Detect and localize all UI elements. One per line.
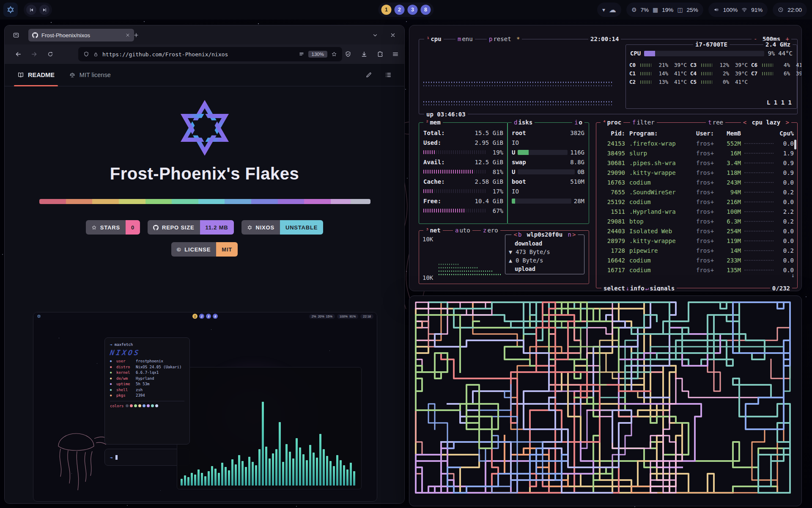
proc-row[interactable]: 24403Isolated Webfros+254M0.0 (601, 226, 794, 236)
net-zero-button[interactable]: zero (481, 226, 500, 234)
cpu-box-title[interactable]: ¹cpu (424, 35, 444, 43)
extensions-button[interactable] (375, 49, 385, 59)
proc-pid: 16642 (601, 257, 625, 264)
iface-prev-arrow[interactable]: < (514, 231, 517, 238)
proc-footer-keys[interactable]: select ↓ info ↵ signals (601, 284, 677, 291)
proc-box-title[interactable]: ⁴proc (601, 119, 623, 126)
stars-badge[interactable]: STARS 0 (86, 220, 140, 235)
repo-size-badge[interactable]: REPO SIZE 11.2 MB (148, 220, 234, 235)
disks-box-title[interactable]: disks (512, 119, 535, 126)
proc-pid: 7655 (601, 189, 625, 196)
io-mode-button[interactable]: io (572, 119, 584, 126)
clock-widget[interactable]: 22:00 (773, 3, 807, 17)
weather-widget[interactable]: ▾ ☁ (597, 3, 621, 17)
sort-prev-arrow[interactable]: < (743, 119, 746, 126)
visualizer-bar (211, 466, 213, 486)
url-bar[interactable]: https://github.com/Frost-Phoenix/nixos 1… (78, 47, 342, 61)
firefox-view-button[interactable] (11, 30, 21, 40)
header-user[interactable]: User: (696, 130, 720, 137)
audio-network-widget[interactable]: 100% 91% (708, 3, 768, 17)
filter-button[interactable]: filter (630, 119, 657, 126)
edit-readme-button[interactable] (365, 72, 372, 78)
proc-row[interactable]: 16717codiumfros+135M0.0 (601, 265, 794, 275)
proc-row[interactable]: 28979.kitty-wrappefros+119M0.0 (601, 236, 794, 246)
net-interface-switcher[interactable]: <b wlp0s20f0u n> (512, 231, 578, 238)
proc-row[interactable]: 1728pipewirefros+14M0.2 (601, 246, 794, 255)
proc-row[interactable]: 16763codiumfros+243M0.0 (601, 177, 794, 187)
header-mem[interactable]: MemB (720, 130, 741, 137)
net-box-title[interactable]: ³net (423, 226, 443, 234)
forward-button[interactable] (29, 49, 39, 59)
browser-tab[interactable]: Frost-Phoenix/nixos (28, 29, 134, 41)
nixos-launcher-button[interactable] (3, 3, 18, 17)
proc-row[interactable]: 24153.firefox-wrapfros+552M0.0 (601, 138, 794, 148)
preset-button[interactable]: preset * (487, 35, 522, 43)
screenshot-stars (33, 312, 34, 313)
zoom-level-badge[interactable]: 130% (308, 51, 327, 58)
menu-button[interactable]: menu (455, 35, 475, 43)
workspace-button-2[interactable]: 2 (395, 5, 405, 15)
system-stats-widget[interactable]: ⚙ 7% ▦ 19% ◫ 25% (626, 3, 703, 17)
header-cpu[interactable]: Cpu% (777, 130, 794, 137)
tab-readme[interactable]: README (17, 64, 55, 86)
readme-screenshot-image[interactable]: 1 2 3 8 2% 20% 15% 100% 91% 22:18 (33, 312, 377, 502)
proc-row[interactable]: 16642codiumfros+233M0.0 (601, 255, 794, 265)
media-previous-button[interactable] (26, 5, 36, 15)
reload-button[interactable] (45, 49, 55, 59)
proc-user: fros+ (696, 140, 720, 147)
mem-cache-meter (423, 189, 486, 193)
media-next-button[interactable] (39, 5, 49, 15)
window-close-button[interactable] (388, 30, 398, 40)
cpu-total-pct: 9% (768, 50, 775, 57)
mem-box-title[interactable]: ²mem (423, 119, 443, 126)
sort-next-arrow[interactable]: > (786, 119, 789, 126)
proc-pid: 30681 (601, 160, 625, 166)
nixos-badge[interactable]: NIXOS UNSTABLE (241, 220, 324, 235)
info-key-label[interactable]: info (630, 284, 645, 291)
proc-row[interactable]: 1511.Hyprland-wrafros+100M2.2 (601, 207, 794, 216)
downloads-button[interactable] (359, 49, 369, 59)
iface-next-key[interactable]: n (568, 231, 571, 238)
license-badge[interactable]: ©LICENSE MIT (171, 242, 238, 257)
protections-button[interactable] (343, 49, 353, 59)
dropdown-icon: ▾ (602, 6, 605, 13)
iface-next-arrow[interactable]: > (572, 231, 576, 238)
terminal-color-dot (151, 404, 154, 407)
app-menu-button[interactable] (390, 49, 401, 59)
workspace-switcher: 1 2 3 8 (379, 3, 434, 17)
proc-row[interactable]: 38495slurpfros+16M1.9 (601, 148, 794, 158)
signals-key-label[interactable]: signals (650, 284, 675, 291)
interval-minus[interactable]: - (754, 35, 757, 43)
proc-row[interactable]: 29081btopfros+6.3M0.2 (601, 216, 794, 226)
reader-mode-icon[interactable] (299, 51, 304, 57)
mem-avail-meter (423, 170, 486, 174)
new-tab-button[interactable] (132, 30, 141, 40)
header-program[interactable]: Program: (629, 130, 696, 137)
visualizer-bar (187, 477, 189, 486)
sort-mode-switcher[interactable]: < cpu lazy > (741, 119, 791, 126)
tab-mit-license[interactable]: MIT license (69, 64, 111, 86)
proc-row[interactable]: 25192codiumfros+216M0.0 (601, 197, 794, 207)
cpu-graph (423, 82, 612, 83)
proc-row[interactable]: 7655.SoundWireSerfros+94M0.2 (601, 187, 794, 197)
tab-list-button[interactable] (370, 30, 380, 40)
proc-row[interactable]: 30681.pipes.sh-wrafros+3.4M0.9 (601, 158, 794, 168)
header-pid[interactable]: Pid: (601, 130, 625, 137)
net-auto-button[interactable]: auto (453, 226, 472, 234)
plus-icon (133, 32, 139, 38)
tracking-shield-icon[interactable] (83, 51, 89, 57)
outline-button[interactable] (385, 72, 392, 78)
proc-scrollbar-thumb[interactable] (794, 140, 796, 149)
workspace-button-3[interactable]: 3 (408, 5, 418, 15)
workspace-button-1[interactable]: 1 (381, 5, 392, 15)
tab-close-icon[interactable] (125, 33, 130, 38)
proc-row[interactable]: 29090.kitty-wrappefros+118M0.9 (601, 168, 794, 177)
cpu-detail-panel: i7-6700TE 2.4 GHz CPU 9% 44°C C021%39°C … (625, 44, 797, 109)
back-button[interactable] (13, 49, 23, 59)
bookmark-star-icon[interactable] (331, 51, 337, 57)
select-key-label[interactable]: select (604, 284, 625, 291)
iface-prev-key[interactable]: b (518, 231, 521, 238)
proc-header-row[interactable]: Pid: Program: User: MemB Cpu% (601, 128, 794, 138)
workspace-button-8[interactable]: 8 (421, 5, 431, 15)
tree-button[interactable]: tree (706, 119, 725, 126)
